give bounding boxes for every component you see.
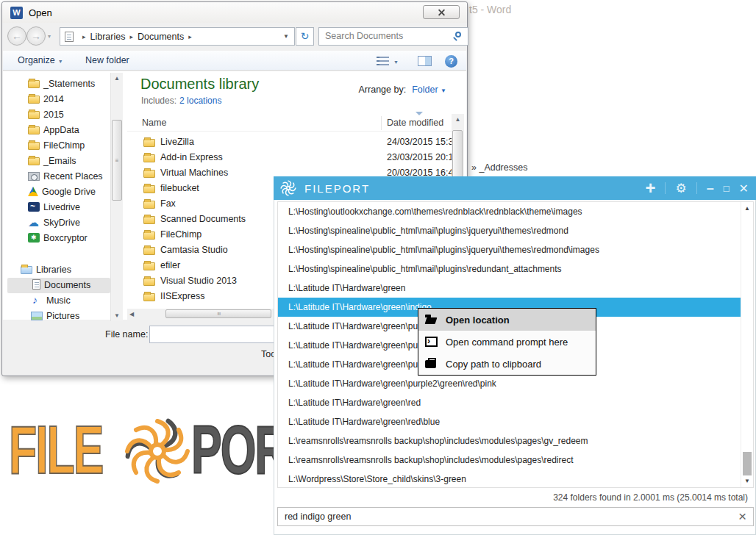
file-name: filebucket [160,181,199,196]
new-folder-button[interactable]: New folder [85,55,129,65]
filter-search-input[interactable] [277,507,754,526]
tree-item-label: FileChimp [43,140,85,151]
scroll-up-icon[interactable]: ▲ [111,75,123,82]
music-icon [31,295,43,305]
sort-indicator-icon [416,112,423,115]
folder-icon [28,142,40,150]
clipboard-icon [425,359,438,370]
minimize-button[interactable]: – [707,180,714,196]
open-dialog-close-button[interactable] [423,5,460,19]
path-row[interactable]: L:\Latitude IT\Hardware\green\purple2\gr… [278,374,753,393]
recent-icon [28,172,40,181]
path-row[interactable]: L:\Latitude IT\Hardware\green [278,279,753,298]
file-name: Scanned Documents [160,212,246,227]
tree-item-libraries[interactable]: Libraries [7,262,110,278]
horizontal-scrollbar-thumb[interactable]: ≡ [165,309,271,318]
organize-button[interactable]: Organize▼ [18,55,63,65]
command-toolbar: Organize▼ New folder ▼ ? [3,51,466,71]
history-chevron-icon[interactable]: ▾ [48,33,51,40]
open-dialog-title: Open [29,7,52,18]
folder-icon [143,170,155,178]
result-list-scrollbar[interactable]: ▲ ▼ [741,202,753,487]
scroll-down-icon[interactable]: ▼ [111,312,123,319]
tree-item-boxcryptor[interactable]: Boxcryptor [7,231,110,246]
file-name: efiler [160,258,180,273]
settings-gear-icon[interactable]: ⚙ [675,181,686,196]
tree-item-emails[interactable]: _Emails [7,154,110,169]
maximize-button[interactable]: □ [724,183,730,194]
tree-item-label: AppData [43,125,79,135]
context-menu: Open locationOpen command prompt hereCop… [418,308,596,376]
table-row[interactable]: Add-in Express23/03/2015 20:16 [127,150,452,165]
forward-button[interactable]: → [26,26,46,46]
folder-icon [143,185,155,193]
tree-item-skydrive[interactable]: SkyDrive [7,215,110,231]
path-row[interactable]: L:\Latitude IT\Hardware\green\red [278,393,753,412]
scroll-down-icon[interactable]: ▼ [741,478,753,484]
view-dropdown-icon[interactable]: ▼ [393,60,399,65]
path-row[interactable]: L:\Latitude IT\Hardware\green\red\blue [278,412,753,431]
close-button[interactable]: ✕ [739,182,749,195]
file-name: Fax [160,196,176,212]
tree-item-label: Recent Places [43,171,103,182]
path-row[interactable]: L:\reamsnrolls\reamsnrolls backup\shop\i… [278,431,753,450]
clear-search-icon[interactable]: × [738,509,746,525]
tree-item-pictures[interactable]: Pictures [7,309,110,324]
folder-icon [143,247,155,255]
menu-item-label: Open location [446,315,510,326]
tree-item-2015[interactable]: 2015 [7,107,110,123]
menu-item-copy-path-to-clipboard[interactable]: Copy path to clipboard [418,353,596,375]
result-scrollbar-thumb[interactable] [743,452,752,475]
location-icon [65,32,74,42]
refresh-button[interactable]: ↻ [296,27,314,46]
menu-item-open-command-prompt-here[interactable]: Open command prompt here [418,331,596,353]
scroll-left-icon[interactable]: ◀ [129,311,134,317]
folder-icon [143,278,155,286]
help-button[interactable]: ? [445,55,457,68]
change-view-button[interactable] [377,57,389,66]
word-app-icon: W [10,7,23,19]
folder-icon [143,231,155,240]
path-row[interactable]: L:\reamsnrolls\reamsnrolls backup\shop\i… [278,450,753,470]
tree-item-documents[interactable]: Documents [7,278,110,293]
address-dropdown-icon[interactable]: ▼ [283,33,289,40]
open-dialog-titlebar: W Open [2,2,467,23]
path-row[interactable]: L:\Wordpress\Store\Store_child\skins\3-g… [278,470,753,488]
scroll-up-icon[interactable]: ▲ [741,205,753,212]
path-row[interactable]: L:\Hosting\spinealine\public_html\mail\p… [278,259,753,279]
path-row[interactable]: L:\Hosting\spinealine\public_html\mail\p… [278,240,753,259]
add-button[interactable]: + [645,177,655,199]
search-documents-input[interactable]: Search Documents [318,27,468,46]
back-button[interactable]: ← [7,26,26,46]
tree-item-filechimp[interactable]: FileChimp [7,138,110,154]
tree-item-appdata[interactable]: AppData [7,123,110,138]
address-bar[interactable]: ▸ Libraries ▸ Documents ▸ ▼ [60,27,295,46]
preview-pane-button[interactable] [418,56,432,66]
breadcrumb-item-libraries[interactable]: Libraries [90,32,126,42]
column-headers: Name Date modified [127,115,452,132]
table-row[interactable]: LiveZilla24/03/2015 15:34 [127,134,452,150]
menu-item-open-location[interactable]: Open location [418,309,596,331]
breadcrumb-item-documents[interactable]: Documents [138,32,184,42]
search-placeholder: Search Documents [325,31,403,41]
locations-link[interactable]: 2 locations [179,96,221,106]
tree-item-livedrive[interactable]: Livedrive [7,200,110,215]
arrange-by[interactable]: Arrange by:Folder ▼ [359,85,446,95]
path-row[interactable]: L:\Hosting\outlookxchange.com\themes\red… [278,202,753,221]
menu-item-label: Copy path to clipboard [446,359,541,370]
fileport-titlebar[interactable]: FILEPORT + ⚙ – □ ✕ [274,176,756,200]
tree-item-google-drive[interactable]: Google Drive [7,184,110,200]
background-word-window-title: t5 - Word [469,4,511,15]
tree-item-2014[interactable]: 2014 [7,92,110,107]
path-row[interactable]: L:\Hosting\spinealine\public_html\mail\p… [278,221,753,240]
scroll-up-icon[interactable]: ▲ [452,116,464,123]
tree-scrollbar[interactable]: ▲ ≡ ▼ [110,73,123,321]
column-header-name[interactable]: Name [142,118,166,128]
skydrive-icon [28,218,40,227]
tree-scrollbar-thumb[interactable]: ≡ [112,120,122,201]
tree-item-recent-places[interactable]: Recent Places [7,169,110,184]
folder-icon [143,293,155,301]
column-header-date-modified[interactable]: Date modified [387,118,443,128]
tree-item-statements[interactable]: _Statements [7,76,110,92]
tree-item-music[interactable]: Music [7,293,110,309]
